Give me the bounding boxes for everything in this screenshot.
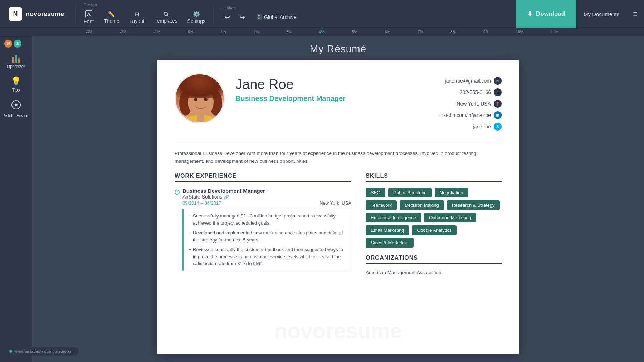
contact-location: New York, USA 📍 — [438, 100, 502, 108]
email-icon: ✉ — [494, 77, 502, 85]
job-timeline-dot — [175, 190, 180, 195]
contact-skype-text: jane.roe — [473, 124, 491, 129]
sidebar-badges: 15 3 — [0, 40, 21, 48]
nav-layout-label: Layout — [130, 18, 145, 24]
phone-icon: 📱 — [494, 88, 502, 96]
skills-title: SKILLS — [366, 173, 502, 182]
resume-summary: Professional Business Developer with mor… — [175, 143, 502, 165]
job-link-icon: 🔗 — [224, 195, 229, 200]
nav-font-label: Font — [84, 19, 94, 24]
job-date-range: 09/2014 – 06/2017 — [182, 200, 221, 206]
design-label: Design — [79, 3, 210, 7]
nav-theme[interactable]: ✏️ Theme — [99, 8, 125, 27]
download-label: Download — [536, 10, 565, 18]
tips-icon: 💡 — [11, 76, 21, 86]
sidebar-item-ask-advice[interactable]: Ask for Advice — [0, 96, 32, 122]
ruler-indicator — [322, 28, 322, 36]
canvas-area[interactable]: My Résumé novoresume — [32, 36, 644, 362]
org-item-1: American Management Association — [366, 270, 502, 275]
nav-layout[interactable]: ⊞ Layout — [125, 8, 150, 27]
job-dates: 09/2014 – 06/2017 New York, USA — [182, 200, 351, 206]
sidebar-item-tips[interactable]: 💡 Tips — [0, 73, 32, 96]
logo-area[interactable]: N novoresume — [0, 0, 73, 28]
hamburger-button[interactable]: ≡ — [626, 9, 644, 19]
nav-templates-label: Templates — [155, 18, 177, 24]
skill-sales-marketing: Sales & Marketing — [366, 238, 414, 248]
job-bullet-3: Reviewed constantly the customer feedbac… — [189, 246, 346, 267]
nav-font[interactable]: A Font — [79, 8, 99, 27]
skill-teamwork: Teamwork — [366, 200, 397, 210]
global-archive-button[interactable]: 🗄️ Global Archive — [251, 11, 301, 23]
job-company: AirState Solutions 🔗 — [182, 194, 351, 200]
logo-icon: N — [9, 7, 22, 21]
nav-divider-1 — [75, 5, 76, 23]
badge-3: 3 — [14, 40, 21, 48]
nav-templates[interactable]: ⧉ Templates — [150, 8, 182, 26]
archive-icon: 🗄️ — [256, 14, 262, 20]
resume-header: Jane Roe Business Development Manager ja… — [175, 73, 502, 134]
sidebar: 15 3 Optimizer 💡 Tips Ask for Adv — [0, 36, 32, 362]
contact-phone-text: 202-555-0166 — [460, 89, 491, 95]
contact-linkedin: linkedin.com/in/jane.roe in — [438, 111, 502, 119]
svg-rect-11 — [197, 114, 204, 122]
contact-skype: jane.roe S — [438, 123, 502, 131]
ask-advice-label: Ask for Advice — [4, 113, 29, 118]
resume-name: Jane Roe — [235, 77, 428, 92]
sidebar-item-optimizer[interactable]: Optimizer — [0, 49, 32, 73]
skill-email-marketing: Email Marketing — [366, 225, 409, 235]
main-area: 15 3 Optimizer 💡 Tips Ask for Adv — [0, 36, 644, 362]
skill-negotiation: Negotiation — [435, 188, 468, 197]
skills-column: SKILLS SEO Public Speaking Negotiation T… — [366, 173, 502, 277]
contact-area: jane.roe@gmail.com ✉ 202-555-0166 📱 New … — [438, 73, 502, 134]
advice-icon — [11, 100, 21, 112]
job-title: Business Development Manager — [182, 188, 351, 194]
job-bullet-2: Developed and implemented new marketing … — [189, 229, 346, 243]
contact-location-text: New York, USA — [457, 101, 491, 107]
layout-icon: ⊞ — [135, 11, 139, 18]
badge-15: 15 — [4, 40, 12, 48]
utilities-label: Utilities — [216, 6, 306, 10]
nav-divider-2 — [213, 5, 214, 23]
tips-label: Tips — [12, 88, 20, 93]
job-bullet-1: Successfully managed $2 - 3 million budg… — [189, 212, 346, 226]
resume-paper: novoresume — [157, 60, 519, 354]
skype-icon: S — [494, 123, 502, 131]
download-icon: ⬇ — [527, 10, 532, 18]
logo-text: novoresume — [26, 10, 64, 18]
avatar-image — [176, 74, 224, 122]
optimizer-icon — [12, 53, 20, 63]
skill-decision-making: Decision Making — [400, 200, 444, 210]
theme-icon: ✏️ — [108, 11, 115, 18]
chat-online-dot — [9, 350, 12, 353]
resume-job-title: Business Development Manager — [235, 94, 428, 103]
undo-button[interactable]: ↩ — [221, 11, 234, 24]
svg-point-4 — [187, 75, 214, 95]
settings-icon: ⚙️ — [193, 11, 200, 18]
name-title-area: Jane Roe Business Development Manager — [235, 73, 428, 106]
contact-linkedin-text: linkedin.com/in/jane.roe — [438, 112, 491, 118]
contact-email-text: jane.roe@gmail.com — [445, 78, 491, 84]
font-icon: A — [85, 10, 93, 18]
contact-phone: 202-555-0166 📱 — [438, 88, 502, 96]
download-button[interactable]: ⬇ Download — [516, 0, 576, 28]
location-icon: 📍 — [494, 100, 502, 108]
my-documents-button[interactable]: My Documents — [576, 11, 626, 17]
skill-research-strategy: Research & Strategy — [447, 200, 500, 210]
skill-seo: SEO — [366, 188, 385, 197]
svg-point-7 — [188, 87, 214, 117]
chat-widget[interactable]: www.heritagechristiancollege.com — [4, 347, 79, 356]
chat-url: www.heritagechristiancollege.com — [14, 349, 74, 353]
job-bullets: Successfully managed $2 - 3 million budg… — [182, 209, 351, 271]
work-experience-column: WORK EXPERIENCE Business Development Man… — [175, 173, 351, 277]
skill-public-speaking: Public Speaking — [388, 188, 431, 197]
nav-settings[interactable]: ⚙️ Settings — [182, 8, 211, 27]
job-entry-1: Business Development Manager AirState So… — [175, 188, 351, 271]
nav-settings-label: Settings — [187, 18, 206, 24]
organizations-title: ORGANIZATIONS — [366, 255, 502, 264]
top-navigation: N novoresume Design A Font ✏️ Theme ⊞ La… — [0, 0, 644, 28]
skills-grid: SEO Public Speaking Negotiation Teamwork… — [366, 188, 502, 248]
skill-outbound-marketing: Outbound Marketing — [424, 213, 476, 222]
redo-button[interactable]: ↪ — [236, 11, 249, 24]
optimizer-label: Optimizer — [7, 64, 25, 69]
skill-emotional-intelligence: Emotional Intelligence — [366, 213, 421, 222]
